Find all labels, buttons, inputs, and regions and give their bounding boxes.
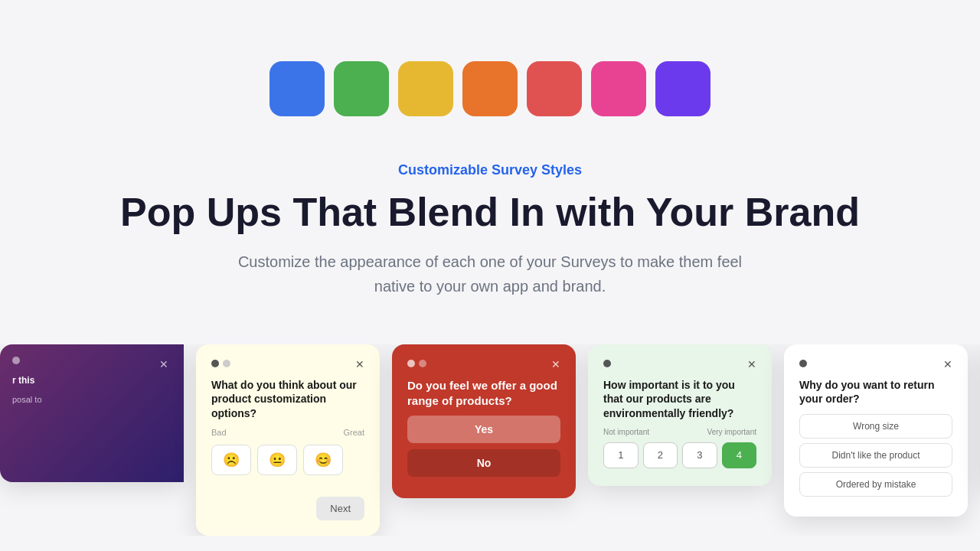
option-didnt-like[interactable]: Didn't like the product [799,443,952,468]
bad-good-row: Bad Great [211,428,364,437]
card-red: ✕ Do you feel we offer a good range of p… [392,344,576,498]
close-button-1[interactable]: ✕ [156,357,172,372]
tag-line: Customizable Survey Styles [0,162,980,178]
emoji-happy[interactable]: 😊 [303,445,343,475]
swatch-blue[interactable] [270,61,325,116]
dot [603,360,611,367]
cards-row: ✕ r this posal to ✕ What do you think ab… [0,344,980,536]
text-section: Customizable Survey Styles Pop Ups That … [0,147,980,344]
great-label: Great [343,428,364,437]
option-ordered-mistake[interactable]: Ordered by mistake [799,472,952,497]
card-dots-4 [603,360,756,367]
next-button[interactable]: Next [316,497,364,520]
card5-options: Wrong size Didn't like the product Order… [799,414,952,501]
card1-title: r this [12,375,172,387]
card-white: ✕ Why do you want to return your order? … [784,344,968,516]
swatch-red[interactable] [527,61,582,116]
swatches-section [0,0,980,147]
swatch-purple[interactable] [655,61,710,116]
scale-1[interactable]: 1 [603,442,639,468]
card-green: ✕ How important is it to you that our pr… [588,344,772,486]
scale-labels: Not important Very important [603,428,756,436]
card1-subtitle: posal to [12,395,172,404]
card-dots-1 [12,357,172,364]
card4-title: How important is it to you that our prod… [603,378,756,420]
no-button[interactable]: No [407,449,560,477]
dot [12,357,20,364]
dot [407,360,415,367]
emoji-sad[interactable]: ☹️ [211,445,251,475]
scale-2[interactable]: 2 [643,442,678,468]
option-wrong-size[interactable]: Wrong size [799,414,952,439]
scale-4[interactable]: 4 [722,442,757,468]
card3-title: Do you feel we offer a good range of pro… [407,378,560,408]
card-dots-3 [407,360,560,367]
dot [799,360,807,367]
not-important-label: Not important [603,428,649,436]
swatch-pink[interactable] [591,61,646,116]
yes-button[interactable]: Yes [407,416,560,443]
very-important-label: Very important [707,428,756,436]
dot [223,360,230,367]
close-button-3[interactable]: ✕ [548,357,564,372]
close-button-2[interactable]: ✕ [352,357,368,372]
emoji-row: ☹️ 😐 😊 [211,445,364,475]
swatch-orange[interactable] [462,61,518,116]
card5-title: Why do you want to return your order? [799,378,952,406]
scale-row: 1 2 3 4 [603,442,756,468]
main-title: Pop Ups That Blend In with Your Brand [0,191,980,234]
subtitle: Customize the appearance of each one of … [0,249,980,298]
card-dots-5 [799,360,952,367]
scale-3[interactable]: 3 [682,442,717,468]
close-button-5[interactable]: ✕ [940,357,956,372]
dot [211,360,219,367]
card-dark: ✕ r this posal to [0,344,184,482]
dot [419,360,426,367]
bad-label: Bad [211,428,227,437]
card-yellow: ✕ What do you think about our product cu… [196,344,380,536]
card-dots-2 [211,360,364,367]
card2-title: What do you think about our product cust… [211,378,364,420]
swatch-green[interactable] [334,61,389,116]
swatch-yellow[interactable] [398,61,453,116]
close-button-4[interactable]: ✕ [744,357,760,372]
emoji-neutral[interactable]: 😐 [257,445,297,475]
